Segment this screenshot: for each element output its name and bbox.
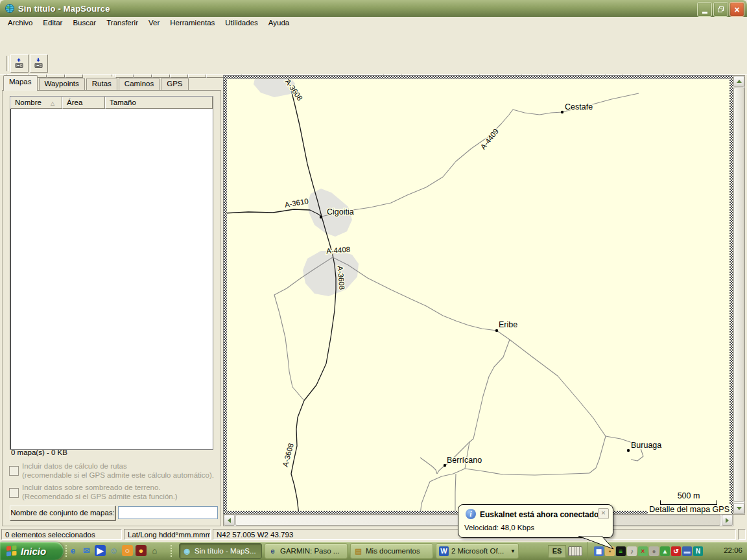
map-viewport[interactable]: A-3608A-4409A-3610A-4408A-3608A-3608Cest… bbox=[224, 76, 733, 514]
speaker-icon[interactable]: ♪ bbox=[627, 546, 637, 556]
chevron-up-icon bbox=[737, 77, 742, 83]
quick-launch-bar: e✉▶☺○●⌂ bbox=[67, 545, 160, 556]
scroll-left-button[interactable] bbox=[224, 515, 235, 526]
tab-label: Rutas bbox=[92, 80, 112, 88]
column-label: Tamaño bbox=[110, 99, 136, 106]
task-label: GARMIN: Paso ... bbox=[280, 547, 343, 555]
scroll-up-button[interactable] bbox=[733, 76, 744, 87]
menu-item[interactable]: Editar bbox=[38, 18, 67, 27]
map-detail-level-label: Detalle del mapa GPS bbox=[648, 505, 731, 514]
messenger-icon[interactable]: ☺ bbox=[108, 545, 119, 556]
send-to-gps-button[interactable] bbox=[10, 54, 29, 73]
balloon-title: Euskalnet está ahora conectado bbox=[480, 510, 599, 519]
menu-item[interactable]: Ver bbox=[143, 18, 165, 27]
mapset-name-button[interactable]: Nombre de conjunto de mapas: bbox=[10, 506, 115, 520]
route-data-label-line1: Incluir datos de cálculo de rutas bbox=[22, 462, 127, 471]
receive-from-gps-icon bbox=[33, 58, 45, 69]
language-indicator[interactable]: ES bbox=[548, 545, 566, 558]
map-canvas: A-3608A-4409A-3610A-4408A-3608A-3608Cest… bbox=[224, 76, 733, 514]
scheduler-icon[interactable]: ○ bbox=[122, 545, 133, 556]
outlook-express-icon[interactable]: ✉ bbox=[81, 545, 92, 556]
tab[interactable]: Mapas bbox=[3, 75, 38, 91]
road bbox=[420, 458, 437, 474]
road bbox=[510, 340, 606, 436]
taskbar-task[interactable]: W 2 Microsoft Of... ▼ bbox=[436, 543, 519, 559]
chevron-down-icon bbox=[737, 507, 742, 513]
terrain-shading-checkbox bbox=[9, 488, 19, 498]
start-button[interactable]: Inicio bbox=[0, 542, 64, 560]
tab-label: Mapas bbox=[9, 78, 32, 86]
column-label: Área bbox=[67, 99, 82, 106]
mapsource-globe-icon: ◉ bbox=[182, 546, 192, 556]
tab[interactable]: GPS bbox=[161, 78, 188, 91]
minimize-icon bbox=[702, 12, 707, 14]
close-icon: × bbox=[734, 5, 739, 14]
toolbar-separator bbox=[6, 56, 9, 71]
menu-item[interactable]: Herramientas bbox=[165, 18, 220, 27]
column-header[interactable]: Nombre△ bbox=[10, 97, 62, 109]
task-label: 2 Microsoft Of... bbox=[451, 547, 509, 555]
chevron-left-icon bbox=[225, 518, 231, 523]
map-list[interactable]: Nombre△ Área△ Tamaño△ bbox=[10, 96, 213, 450]
status-cell bbox=[738, 529, 746, 540]
task-group-chevron: ▼ bbox=[510, 548, 516, 554]
scale-bracket bbox=[660, 500, 717, 505]
scroll-right-button[interactable] bbox=[722, 515, 733, 526]
menu-item[interactable]: Ayuda bbox=[263, 18, 294, 27]
column-label: Nombre bbox=[15, 99, 42, 106]
show-desktop-icon[interactable]: ⌂ bbox=[149, 545, 160, 556]
title-bar[interactable]: Sin título - MapSource × bbox=[0, 0, 747, 17]
globe-tray-icon[interactable]: ● bbox=[649, 546, 659, 556]
antivirus-icon[interactable]: ▲ bbox=[660, 546, 670, 556]
toolbar-handle[interactable] bbox=[170, 544, 172, 557]
tab-label: Caminos bbox=[124, 80, 154, 88]
taskbar-task[interactable]: e GARMIN: Paso ... bbox=[265, 543, 348, 559]
road bbox=[430, 469, 589, 482]
menu-item[interactable]: Buscar bbox=[67, 18, 101, 27]
taskbar-task[interactable]: ▤ Mis documentos bbox=[350, 543, 433, 559]
send-to-gps-icon bbox=[14, 58, 25, 69]
restore-icon bbox=[717, 6, 724, 13]
start-label: Inicio bbox=[21, 546, 46, 557]
windows-logo-icon bbox=[6, 545, 18, 557]
window-title: Sin título - MapSource bbox=[18, 4, 110, 14]
taskbar-task[interactable]: ◉ Sin título - MapS... bbox=[179, 543, 262, 559]
close-button[interactable]: × bbox=[729, 2, 744, 17]
info-icon: i bbox=[466, 509, 476, 519]
network-status-icon[interactable]: ▬ bbox=[682, 546, 692, 556]
town-label: Eribe bbox=[499, 320, 517, 329]
vertical-scroll-thumb[interactable] bbox=[733, 88, 744, 502]
column-header[interactable]: Tamaño△ bbox=[105, 97, 213, 109]
media-player-icon[interactable]: ▶ bbox=[95, 545, 106, 556]
road bbox=[469, 340, 510, 442]
norton-icon[interactable]: N bbox=[693, 546, 703, 556]
menu-item[interactable]: Utilidades bbox=[220, 18, 263, 27]
tab[interactable]: Rutas bbox=[86, 78, 117, 91]
mapset-name-input[interactable] bbox=[118, 506, 218, 519]
menu-bar: ArchivoEditarBuscarTransferirVerHerramie… bbox=[0, 17, 747, 29]
column-header[interactable]: Área△ bbox=[62, 97, 105, 109]
menu-item[interactable]: Transferir bbox=[101, 18, 143, 27]
scale-label: 500 m bbox=[660, 491, 717, 500]
receive-from-gps-button[interactable] bbox=[30, 54, 48, 73]
map-list-header: Nombre△ Área△ Tamaño△ bbox=[10, 97, 213, 109]
task-label: Sin título - MapS... bbox=[195, 547, 257, 555]
ie-quicklaunch-icon[interactable]: e bbox=[67, 545, 78, 556]
restore-button[interactable] bbox=[713, 2, 728, 17]
road-label: A-4409 bbox=[479, 127, 500, 151]
tab[interactable]: Caminos bbox=[119, 78, 160, 91]
folder-icon: ▤ bbox=[353, 546, 363, 556]
mapsource-window: Sin título - MapSource × ArchivoEditarBu… bbox=[0, 0, 747, 560]
sync-icon[interactable]: ↺ bbox=[671, 546, 681, 556]
tab[interactable]: Waypoints bbox=[39, 78, 85, 91]
vertical-scrollbar[interactable] bbox=[733, 76, 744, 514]
menu-item[interactable]: Archivo bbox=[3, 18, 38, 27]
tab-label: Waypoints bbox=[45, 80, 79, 88]
messenger-status-icon[interactable]: × bbox=[638, 546, 648, 556]
balloon-close-button[interactable]: × bbox=[598, 508, 609, 519]
status-bar: 0 elementos seleccionadosLat/Long hddd°m… bbox=[0, 527, 747, 542]
scroll-down-button[interactable] bbox=[733, 503, 744, 514]
route-data-checkbox bbox=[9, 466, 19, 476]
minimize-button[interactable] bbox=[697, 2, 712, 17]
realplayer-icon[interactable]: ● bbox=[136, 545, 147, 556]
